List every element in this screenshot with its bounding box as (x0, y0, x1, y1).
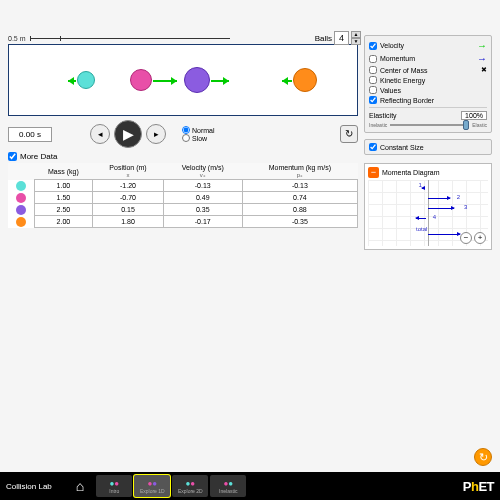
x-icon: ✖ (481, 66, 487, 74)
ball-swatch (16, 181, 26, 191)
mass-cell[interactable]: 1.50 (34, 192, 93, 204)
balls-count: 4 (334, 31, 349, 45)
table-row: 1.50 -0.70 0.49 0.74 (8, 192, 358, 204)
opt-constant-size[interactable]: Constant Size (364, 139, 492, 155)
col-velocity: Velocity (m/s)vₓ (163, 163, 242, 180)
phet-logo[interactable]: PhET (463, 479, 494, 494)
balls-spinner[interactable]: ▲▼ (351, 31, 361, 45)
table-row: 2.00 1.80 -0.17 -0.35 (8, 216, 358, 228)
opt-ke[interactable]: Kinetic Energy (369, 76, 487, 84)
position-cell[interactable]: -0.70 (93, 192, 164, 204)
ball-swatch (16, 217, 26, 227)
ball-swatch (16, 205, 26, 215)
opt-reflecting[interactable]: Reflecting Border (369, 96, 487, 104)
speed-normal[interactable]: Normal (182, 126, 215, 134)
navbar: Collision Lab ⌂ ●●Intro●●Explore 1D●●Exp… (0, 472, 500, 500)
position-cell[interactable]: 0.15 (93, 204, 164, 216)
velocity-cell[interactable]: 0.49 (163, 192, 242, 204)
options-panel: Velocity→ Momentum→ Center of Mass✖ Kine… (364, 35, 492, 133)
opt-com[interactable]: Center of Mass✖ (369, 66, 487, 74)
col-mass: Mass (kg) (34, 163, 93, 180)
step-forward-button[interactable]: ▸ (146, 124, 166, 144)
position-cell[interactable]: -1.20 (93, 180, 164, 192)
arrow-green-icon: → (477, 40, 487, 51)
elasticity-label: Elasticity (369, 112, 397, 119)
momentum-cell: -0.35 (242, 216, 357, 228)
ball-4[interactable] (293, 68, 317, 92)
tab-inelastic[interactable]: ●●Inelastic (210, 475, 246, 497)
ball-2[interactable] (130, 69, 152, 91)
velocity-cell[interactable]: -0.13 (163, 180, 242, 192)
step-back-button[interactable]: ◂ (90, 124, 110, 144)
more-data-checkbox[interactable]: More Data (8, 152, 358, 161)
velocity-cell[interactable]: 0.35 (163, 204, 242, 216)
ruler: 0.5 m (8, 35, 358, 42)
arrow-blue-icon: → (477, 53, 487, 64)
position-cell[interactable]: 1.80 (93, 216, 164, 228)
time-display: 0.00 s (8, 127, 52, 142)
mass-cell[interactable]: 2.50 (34, 204, 93, 216)
play-button[interactable]: ▶ (114, 120, 142, 148)
zoom-in-button[interactable]: + (474, 232, 486, 244)
restart-button[interactable]: ↻ (340, 125, 358, 143)
reset-all-button[interactable]: ↻ (474, 448, 492, 466)
mass-cell[interactable]: 1.00 (34, 180, 93, 192)
momentum-cell: -0.13 (242, 180, 357, 192)
momentum-cell: 0.88 (242, 204, 357, 216)
speed-slow[interactable]: Slow (182, 134, 215, 142)
sim-title: Collision Lab (6, 482, 52, 491)
momentum-cell: 0.74 (242, 192, 357, 204)
ball-swatch (16, 193, 26, 203)
table-row: 2.50 0.15 0.35 0.88 (8, 204, 358, 216)
tab-explore-1d[interactable]: ●●Explore 1D (134, 475, 170, 497)
col-position: Position (m)x (93, 163, 164, 180)
ball-3[interactable] (184, 67, 210, 93)
mass-cell[interactable]: 2.00 (34, 216, 93, 228)
home-button[interactable]: ⌂ (76, 478, 84, 494)
velocity-cell[interactable]: -0.17 (163, 216, 242, 228)
opt-velocity[interactable]: Velocity→ (369, 40, 487, 51)
tab-intro[interactable]: ●●Intro (96, 475, 132, 497)
zoom-out-button[interactable]: − (460, 232, 472, 244)
tab-explore-2d[interactable]: ●●Explore 2D (172, 475, 208, 497)
elasticity-value: 100% (461, 111, 487, 120)
opt-values[interactable]: Values (369, 86, 487, 94)
momenta-diagram: − Momenta Diagram 1 2 3 4 total − + (364, 163, 492, 250)
elasticity-slider[interactable] (390, 124, 469, 126)
ruler-label: 0.5 m (8, 35, 26, 42)
collapse-button[interactable]: − (368, 167, 379, 178)
ball-1[interactable] (77, 71, 95, 89)
balls-label: Balls (315, 34, 332, 43)
collision-arena[interactable]: Balls 4 ▲▼ (8, 44, 358, 116)
col-momentum: Momentum (kg m/s)pₓ (242, 163, 357, 180)
table-row: 1.00 -1.20 -0.13 -0.13 (8, 180, 358, 192)
data-table: Mass (kg) Position (m)x Velocity (m/s)vₓ… (8, 163, 358, 228)
opt-momentum[interactable]: Momentum→ (369, 53, 487, 64)
